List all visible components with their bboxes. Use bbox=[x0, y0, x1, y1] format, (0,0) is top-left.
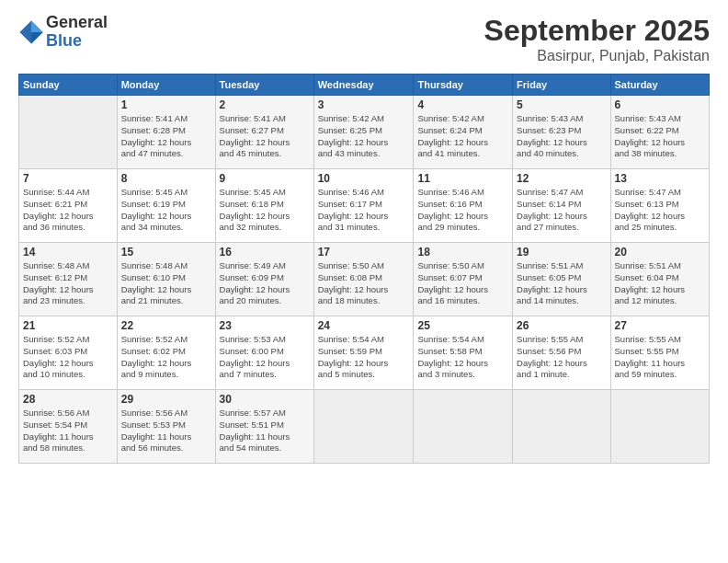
day-info: Sunrise: 5:48 AM Sunset: 6:10 PM Dayligh… bbox=[121, 260, 211, 307]
day-number: 12 bbox=[517, 172, 606, 185]
day-info: Sunrise: 5:42 AM Sunset: 6:25 PM Dayligh… bbox=[318, 113, 410, 160]
logo-icon bbox=[18, 19, 44, 45]
day-info: Sunrise: 5:46 AM Sunset: 6:16 PM Dayligh… bbox=[417, 187, 508, 234]
day-info: Sunrise: 5:56 AM Sunset: 5:54 PM Dayligh… bbox=[23, 408, 113, 454]
day-info: Sunrise: 5:50 AM Sunset: 6:08 PM Dayligh… bbox=[318, 260, 410, 307]
calendar-cell: 25Sunrise: 5:54 AM Sunset: 5:58 PM Dayli… bbox=[414, 316, 513, 390]
day-info: Sunrise: 5:52 AM Sunset: 6:02 PM Dayligh… bbox=[121, 334, 211, 381]
calendar-cell: 11Sunrise: 5:46 AM Sunset: 6:16 PM Dayli… bbox=[414, 169, 513, 243]
calendar-cell: 30Sunrise: 5:57 AM Sunset: 5:51 PM Dayli… bbox=[215, 390, 313, 464]
calendar-cell bbox=[414, 390, 513, 464]
day-number: 1 bbox=[121, 98, 211, 111]
calendar-cell: 18Sunrise: 5:50 AM Sunset: 6:07 PM Dayli… bbox=[414, 243, 513, 316]
calendar-week-2: 7Sunrise: 5:44 AM Sunset: 6:21 PM Daylig… bbox=[19, 169, 710, 243]
day-number: 21 bbox=[23, 319, 113, 332]
calendar-cell: 4Sunrise: 5:42 AM Sunset: 6:24 PM Daylig… bbox=[414, 96, 513, 169]
day-number: 13 bbox=[615, 172, 705, 185]
header-monday: Monday bbox=[117, 75, 215, 96]
header-wednesday: Wednesday bbox=[313, 75, 414, 96]
calendar-cell: 10Sunrise: 5:46 AM Sunset: 6:17 PM Dayli… bbox=[313, 169, 414, 243]
day-info: Sunrise: 5:49 AM Sunset: 6:09 PM Dayligh… bbox=[220, 260, 310, 307]
day-info: Sunrise: 5:51 AM Sunset: 6:05 PM Dayligh… bbox=[517, 260, 606, 307]
day-number: 19 bbox=[517, 246, 606, 259]
calendar-cell: 2Sunrise: 5:41 AM Sunset: 6:27 PM Daylig… bbox=[215, 96, 313, 169]
day-number: 22 bbox=[121, 319, 211, 332]
calendar-cell: 22Sunrise: 5:52 AM Sunset: 6:02 PM Dayli… bbox=[117, 316, 215, 390]
day-info: Sunrise: 5:54 AM Sunset: 5:58 PM Dayligh… bbox=[417, 334, 508, 381]
calendar-cell bbox=[610, 390, 709, 464]
day-info: Sunrise: 5:52 AM Sunset: 6:03 PM Dayligh… bbox=[23, 334, 113, 381]
day-number: 24 bbox=[318, 319, 410, 332]
calendar-cell: 28Sunrise: 5:56 AM Sunset: 5:54 PM Dayli… bbox=[19, 390, 118, 464]
header-row: Sunday Monday Tuesday Wednesday Thursday… bbox=[19, 75, 710, 96]
svg-marker-2 bbox=[31, 32, 43, 44]
calendar-cell: 16Sunrise: 5:49 AM Sunset: 6:09 PM Dayli… bbox=[215, 243, 313, 316]
day-info: Sunrise: 5:45 AM Sunset: 6:19 PM Dayligh… bbox=[121, 187, 211, 234]
day-info: Sunrise: 5:41 AM Sunset: 6:28 PM Dayligh… bbox=[121, 113, 211, 160]
calendar-cell: 23Sunrise: 5:53 AM Sunset: 6:00 PM Dayli… bbox=[215, 316, 313, 390]
calendar-cell: 1Sunrise: 5:41 AM Sunset: 6:28 PM Daylig… bbox=[117, 96, 215, 169]
day-number: 6 bbox=[615, 98, 705, 111]
day-number: 16 bbox=[220, 246, 310, 259]
header: General Blue September 2025 Basirpur, Pu… bbox=[18, 14, 710, 64]
calendar-subtitle: Basirpur, Punjab, Pakistan bbox=[484, 48, 710, 64]
day-info: Sunrise: 5:53 AM Sunset: 6:00 PM Dayligh… bbox=[220, 334, 310, 381]
calendar-cell: 6Sunrise: 5:43 AM Sunset: 6:22 PM Daylig… bbox=[610, 96, 709, 169]
calendar-cell: 15Sunrise: 5:48 AM Sunset: 6:10 PM Dayli… bbox=[117, 243, 215, 316]
day-number: 18 bbox=[417, 246, 508, 259]
day-info: Sunrise: 5:43 AM Sunset: 6:23 PM Dayligh… bbox=[517, 113, 606, 160]
calendar-title: September 2025 bbox=[484, 14, 710, 48]
svg-marker-1 bbox=[31, 20, 43, 32]
page: General Blue September 2025 Basirpur, Pu… bbox=[0, 0, 728, 473]
calendar-week-4: 21Sunrise: 5:52 AM Sunset: 6:03 PM Dayli… bbox=[19, 316, 710, 390]
calendar-cell: 7Sunrise: 5:44 AM Sunset: 6:21 PM Daylig… bbox=[19, 169, 118, 243]
logo-general-text: General bbox=[46, 14, 108, 32]
calendar-cell bbox=[19, 96, 118, 169]
day-number: 17 bbox=[318, 246, 410, 259]
header-thursday: Thursday bbox=[414, 75, 513, 96]
calendar-cell: 9Sunrise: 5:45 AM Sunset: 6:18 PM Daylig… bbox=[215, 169, 313, 243]
day-number: 20 bbox=[615, 246, 705, 259]
calendar-cell: 27Sunrise: 5:55 AM Sunset: 5:55 PM Dayli… bbox=[610, 316, 709, 390]
day-info: Sunrise: 5:57 AM Sunset: 5:51 PM Dayligh… bbox=[220, 408, 310, 454]
day-number: 10 bbox=[318, 172, 410, 185]
calendar-cell: 21Sunrise: 5:52 AM Sunset: 6:03 PM Dayli… bbox=[19, 316, 118, 390]
day-number: 27 bbox=[615, 319, 705, 332]
logo: General Blue bbox=[18, 14, 108, 51]
day-number: 11 bbox=[417, 172, 508, 185]
day-number: 4 bbox=[417, 98, 508, 111]
calendar-cell bbox=[313, 390, 414, 464]
calendar-week-3: 14Sunrise: 5:48 AM Sunset: 6:12 PM Dayli… bbox=[19, 243, 710, 316]
day-info: Sunrise: 5:46 AM Sunset: 6:17 PM Dayligh… bbox=[318, 187, 410, 234]
day-info: Sunrise: 5:50 AM Sunset: 6:07 PM Dayligh… bbox=[417, 260, 508, 307]
day-info: Sunrise: 5:55 AM Sunset: 5:55 PM Dayligh… bbox=[615, 334, 705, 381]
day-number: 30 bbox=[220, 393, 310, 406]
calendar-cell: 5Sunrise: 5:43 AM Sunset: 6:23 PM Daylig… bbox=[513, 96, 610, 169]
header-sunday: Sunday bbox=[19, 75, 118, 96]
calendar-cell: 29Sunrise: 5:56 AM Sunset: 5:53 PM Dayli… bbox=[117, 390, 215, 464]
header-saturday: Saturday bbox=[610, 75, 709, 96]
calendar-table: Sunday Monday Tuesday Wednesday Thursday… bbox=[18, 74, 710, 464]
day-info: Sunrise: 5:47 AM Sunset: 6:14 PM Dayligh… bbox=[517, 187, 606, 234]
calendar-cell: 12Sunrise: 5:47 AM Sunset: 6:14 PM Dayli… bbox=[513, 169, 610, 243]
day-info: Sunrise: 5:44 AM Sunset: 6:21 PM Dayligh… bbox=[23, 187, 113, 234]
day-number: 8 bbox=[121, 172, 211, 185]
day-number: 2 bbox=[220, 98, 310, 111]
day-info: Sunrise: 5:45 AM Sunset: 6:18 PM Dayligh… bbox=[220, 187, 310, 234]
header-tuesday: Tuesday bbox=[215, 75, 313, 96]
logo-text: General Blue bbox=[46, 14, 108, 51]
day-info: Sunrise: 5:43 AM Sunset: 6:22 PM Dayligh… bbox=[615, 113, 705, 160]
header-friday: Friday bbox=[513, 75, 610, 96]
calendar-header: Sunday Monday Tuesday Wednesday Thursday… bbox=[19, 75, 710, 96]
day-number: 9 bbox=[220, 172, 310, 185]
calendar-cell: 24Sunrise: 5:54 AM Sunset: 5:59 PM Dayli… bbox=[313, 316, 414, 390]
day-info: Sunrise: 5:55 AM Sunset: 5:56 PM Dayligh… bbox=[517, 334, 606, 381]
day-number: 3 bbox=[318, 98, 410, 111]
day-info: Sunrise: 5:41 AM Sunset: 6:27 PM Dayligh… bbox=[220, 113, 310, 160]
calendar-cell bbox=[513, 390, 610, 464]
calendar-week-1: 1Sunrise: 5:41 AM Sunset: 6:28 PM Daylig… bbox=[19, 96, 710, 169]
day-info: Sunrise: 5:56 AM Sunset: 5:53 PM Dayligh… bbox=[121, 408, 211, 454]
day-info: Sunrise: 5:48 AM Sunset: 6:12 PM Dayligh… bbox=[23, 260, 113, 307]
calendar-cell: 17Sunrise: 5:50 AM Sunset: 6:08 PM Dayli… bbox=[313, 243, 414, 316]
day-number: 15 bbox=[121, 246, 211, 259]
